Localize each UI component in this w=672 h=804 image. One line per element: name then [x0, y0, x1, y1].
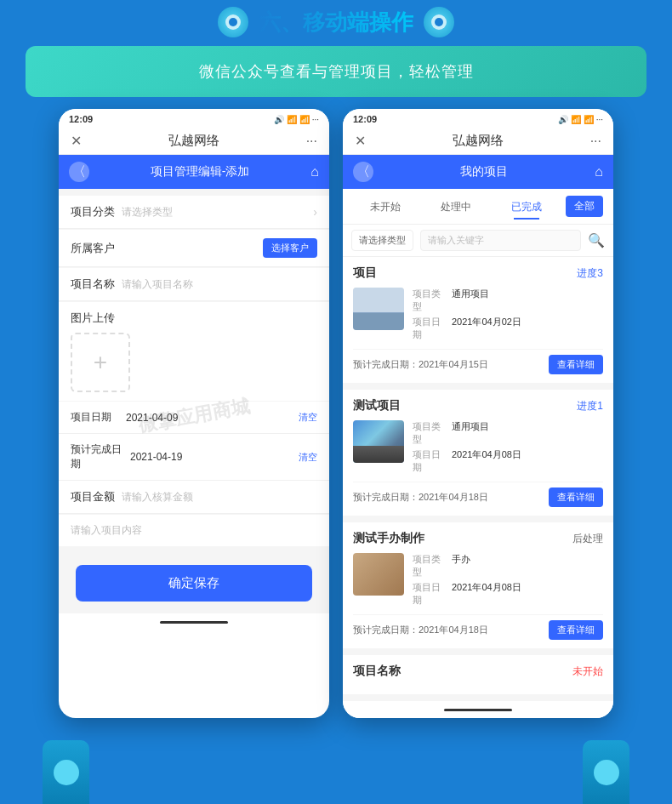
date-line-1: 项目日期 2021年04月02日 [413, 316, 603, 341]
category-arrow-icon: › [313, 205, 317, 219]
type-line-2: 项目类型 通用项目 [413, 420, 603, 446]
project-name-input[interactable]: 请输入项目名称 [122, 277, 317, 292]
left-deco-ball [54, 760, 79, 785]
type-key-2: 项目类型 [413, 420, 447, 446]
date-val-3: 2021年04月08日 [452, 581, 521, 607]
tab-not-started[interactable]: 未开始 [350, 193, 420, 220]
right-back-button[interactable]: 〈 [353, 162, 373, 182]
project-info-row-3: 项目类型 手办 项目日期 2021年04月08日 [353, 553, 603, 609]
date-label: 项目日期 [71, 410, 126, 425]
project-image-2 [353, 420, 404, 463]
project-card-3: 测试手办制作 后处理 项目类型 手办 [343, 522, 613, 648]
type-key-1: 项目类型 [413, 288, 447, 313]
search-icon[interactable]: 🔍 [588, 232, 605, 248]
left-back-button[interactable]: 〈 [69, 162, 89, 182]
project-progress-2: 进度1 [577, 399, 603, 413]
type-val-3: 手办 [452, 553, 470, 579]
left-sub-nav-title: 项目管理编辑-添加 [96, 164, 304, 180]
project-footer-3: 预计完成日期：2021年04月18日 查看详细 [353, 614, 603, 640]
right-sub-nav-title: 我的项目 [380, 164, 588, 180]
project-card-header-1: 项目 进度3 [353, 265, 603, 281]
tab-all[interactable]: 全部 [566, 196, 603, 217]
image-upload-box[interactable]: + [71, 333, 130, 392]
project-image-3 [353, 553, 404, 596]
svg-point-3 [435, 18, 443, 26]
project-name-4: 项目名称 [353, 664, 401, 679]
type-line-3: 项目类型 手办 [413, 553, 603, 579]
keyword-input[interactable]: 请输入关键字 [420, 230, 581, 251]
customer-row: 所属客户 选择客户 [59, 230, 329, 267]
save-button[interactable]: 确定保存 [76, 565, 312, 602]
content-input[interactable]: 请输入项目内容 [59, 515, 329, 546]
left-close-icon[interactable]: ✕ [71, 133, 82, 149]
right-title-icon [424, 7, 454, 37]
tab-all-wrapper: 全部 [562, 189, 607, 224]
amount-input[interactable]: 请输入核算金额 [122, 490, 317, 505]
phones-container: 12:09 🔊 📶 📶 ··· ✕ 弘越网络 ··· 〈 项目管理编辑-添加 ⌂ [26, 109, 646, 718]
project-card-header-2: 测试项目 进度1 [353, 398, 603, 413]
title-area: 六、移动端操作 [0, 0, 672, 46]
project-name-label: 项目名称 [71, 277, 122, 292]
project-card-header-4: 项目名称 未开始 [353, 664, 603, 679]
left-phone-nav: ✕ 弘越网络 ··· [59, 128, 329, 155]
svg-point-1 [229, 18, 237, 26]
project-name-1: 项目 [353, 265, 377, 281]
date-clear-button[interactable]: 清空 [299, 411, 317, 424]
right-phone-nav: ✕ 弘越网络 ··· [343, 128, 613, 155]
category-label: 项目分类 [71, 204, 122, 220]
project-info-row-1: 项目类型 通用项目 项目日期 2021年04月02日 [353, 288, 603, 344]
page-background: 六、移动端操作 微信公众号查看与管理项目，轻松管理 12:09 🔊 📶 📶 ··… [0, 0, 672, 804]
expected-date-row: 预计完成日期 2021-04-19 清空 [59, 434, 329, 481]
left-form-area: 项目分类 请选择类型 › 所属客户 选择客户 项目名称 请输入项目名称 [59, 189, 329, 553]
amount-label: 项目金额 [71, 489, 122, 505]
project-info-row-2: 项目类型 通用项目 项目日期 2021年04月08日 [353, 420, 603, 476]
select-customer-button[interactable]: 选择客户 [263, 238, 317, 258]
project-card-4: 项目名称 未开始 [343, 655, 613, 694]
date-row: 项目日期 2021-04-09 清空 [59, 402, 329, 434]
detail-button-2[interactable]: 查看详细 [549, 488, 603, 507]
project-footer-2: 预计完成日期：2021年04月18日 查看详细 [353, 482, 603, 507]
detail-button-3[interactable]: 查看详细 [549, 620, 603, 640]
right-more-icon[interactable]: ··· [590, 134, 601, 149]
left-more-icon[interactable]: ··· [306, 134, 317, 149]
right-status-icons: 🔊 📶 📶 ··· [558, 115, 603, 124]
right-home-icon[interactable]: ⌂ [595, 164, 603, 180]
save-btn-area: 确定保存 [59, 553, 329, 613]
date-val-2: 2021年04月08日 [452, 448, 521, 474]
tab-completed[interactable]: 已完成 [492, 193, 562, 220]
type-key-3: 项目类型 [413, 553, 447, 579]
amount-row: 项目金额 请输入核算金额 [59, 481, 329, 514]
image-label: 图片上传 [71, 311, 317, 326]
left-home-icon[interactable]: ⌂ [310, 164, 319, 180]
tab-processing[interactable]: 处理中 [420, 193, 491, 220]
left-phone: 12:09 🔊 📶 📶 ··· ✕ 弘越网络 ··· 〈 项目管理编辑-添加 ⌂ [59, 109, 329, 718]
expected-date-clear-button[interactable]: 清空 [299, 451, 317, 464]
date-line-3: 项目日期 2021年04月08日 [413, 581, 603, 607]
expected-date-value[interactable]: 2021-04-19 [130, 451, 299, 463]
type-line-1: 项目类型 通用项目 [413, 288, 603, 313]
left-nav-title: 弘越网络 [168, 133, 219, 149]
date-val-1: 2021年04月02日 [452, 316, 521, 341]
date-key-2: 项目日期 [413, 448, 447, 474]
right-time: 12:09 [353, 114, 377, 124]
date-key-3: 项目日期 [413, 581, 447, 607]
type-val-1: 通用项目 [452, 288, 489, 313]
right-close-icon[interactable]: ✕ [355, 133, 366, 149]
project-name-row: 项目名称 请输入项目名称 [59, 268, 329, 301]
svg-rect-6 [353, 313, 404, 330]
type-select[interactable]: 请选择类型 [351, 230, 413, 251]
project-card-header-3: 测试手办制作 后处理 [353, 531, 603, 546]
right-nav-title: 弘越网络 [453, 133, 504, 149]
category-value[interactable]: 请选择类型 [122, 205, 313, 220]
detail-button-1[interactable]: 查看详细 [549, 355, 603, 374]
date-line-2: 项目日期 2021年04月08日 [413, 448, 603, 474]
image-upload-area: 图片上传 + [59, 302, 329, 401]
project-name-3: 测试手办制作 [353, 531, 424, 546]
left-status-icons: 🔊 📶 📶 ··· [274, 115, 319, 124]
right-phone: 12:09 🔊 📶 📶 ··· ✕ 弘越网络 ··· 〈 我的项目 ⌂ [343, 109, 613, 718]
project-progress-4: 未开始 [572, 664, 603, 679]
date-value[interactable]: 2021-04-09 [126, 412, 299, 424]
project-details-2: 项目类型 通用项目 项目日期 2021年04月08日 [413, 420, 603, 476]
project-card-2: 测试项目 进度1 项目类型 通用项目 [343, 390, 613, 516]
right-deco-pillar [583, 740, 629, 804]
